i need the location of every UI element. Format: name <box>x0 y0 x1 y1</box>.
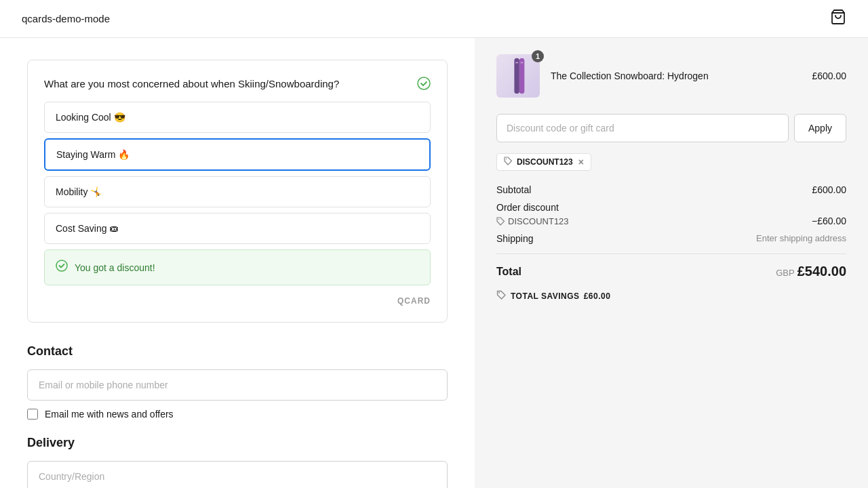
discount-code-info: DISCOUNT123 <box>496 216 569 226</box>
option-looking-cool[interactable]: Looking Cool 😎 <box>44 102 431 133</box>
total-amount: £540.00 <box>797 264 846 279</box>
email-input[interactable] <box>27 369 448 401</box>
option-mobility[interactable]: Mobility 🤸 <box>44 176 431 207</box>
svg-rect-4 <box>519 58 524 94</box>
total-label: Total <box>496 266 521 278</box>
newsletter-label: Email me with news and offers <box>45 409 174 420</box>
qcard-success-banner: You got a discount! <box>44 249 431 285</box>
savings-icon <box>496 290 507 302</box>
subtotal-label: Subtotal <box>496 184 531 195</box>
country-input[interactable] <box>27 461 448 488</box>
svg-point-1 <box>418 77 430 89</box>
svg-point-9 <box>498 292 500 293</box>
discount-remove-button[interactable]: × <box>578 157 584 167</box>
contact-title: Contact <box>27 344 448 359</box>
product-name: The Collection Snowboard: Hydrogen <box>551 70 801 81</box>
discount-tag: DISCOUNT123 × <box>496 153 591 171</box>
shipping-label: Shipping <box>496 233 534 244</box>
applied-discount-tag-row: DISCOUNT123 × <box>496 153 846 184</box>
svg-point-8 <box>498 218 500 220</box>
qcard-brand: QCARD <box>44 296 431 306</box>
summary-divider <box>496 253 846 254</box>
applied-code-display: DISCOUNT123 <box>508 216 569 226</box>
option-cost-saving[interactable]: Cost Saving 🎟 <box>44 213 431 244</box>
qcard-complete-icon <box>417 77 431 95</box>
newsletter-row: Email me with news and offers <box>27 409 448 420</box>
svg-rect-5 <box>515 62 518 63</box>
discount-code-label: DISCOUNT123 <box>517 157 573 167</box>
savings-label: TOTAL SAVINGS <box>511 291 580 301</box>
savings-value: £60.00 <box>584 291 611 301</box>
delivery-title: Delivery <box>27 436 448 450</box>
cart-icon[interactable] <box>830 9 846 28</box>
svg-rect-6 <box>521 62 524 63</box>
product-price: £600.00 <box>812 70 846 81</box>
subtotal-row: Subtotal £600.00 <box>496 184 846 195</box>
contact-section: Contact Email me with news and offers <box>27 344 448 420</box>
delivery-section: Delivery <box>27 436 448 488</box>
total-value: GBP£540.00 <box>776 264 846 279</box>
site-title: qcards-demo-mode <box>22 13 110 24</box>
discount-amount: −£60.00 <box>812 216 846 226</box>
product-row: 1 The Collection Snowboard: Hydrogen £60… <box>496 54 846 98</box>
product-quantity-badge: 1 <box>532 50 544 62</box>
newsletter-checkbox[interactable] <box>27 409 38 420</box>
discount-input-row: Apply <box>496 114 846 142</box>
order-discount-label: Order discount <box>496 202 846 213</box>
main-layout: What are you most concerned about when S… <box>0 38 868 488</box>
apply-button[interactable]: Apply <box>794 114 846 142</box>
svg-rect-3 <box>514 58 519 94</box>
total-currency: GBP <box>776 268 794 278</box>
right-panel: 1 The Collection Snowboard: Hydrogen £60… <box>475 38 868 488</box>
option-staying-warm[interactable]: Staying Warm 🔥 <box>44 138 431 171</box>
shipping-row: Shipping Enter shipping address <box>496 233 846 244</box>
left-panel: What are you most concerned about when S… <box>0 38 475 488</box>
product-image-wrap: 1 <box>496 54 540 98</box>
tag-icon <box>504 157 513 167</box>
order-discount-row: Order discount DISCOUNT123 −£60.00 <box>496 202 846 226</box>
savings-row: TOTAL SAVINGS £60.00 <box>496 290 846 302</box>
subtotal-value: £600.00 <box>812 184 846 195</box>
qcard-widget: What are you most concerned about when S… <box>27 60 448 323</box>
shipping-value: Enter shipping address <box>756 233 846 243</box>
svg-point-7 <box>506 159 507 160</box>
success-icon <box>56 260 68 275</box>
header: qcards-demo-mode <box>0 0 868 38</box>
discount-sub-row: DISCOUNT123 −£60.00 <box>496 216 846 226</box>
qcard-question: What are you most concerned about when S… <box>44 77 431 91</box>
discount-code-input[interactable] <box>496 114 789 142</box>
svg-point-2 <box>56 260 67 271</box>
total-row: Total GBP£540.00 <box>496 264 846 279</box>
